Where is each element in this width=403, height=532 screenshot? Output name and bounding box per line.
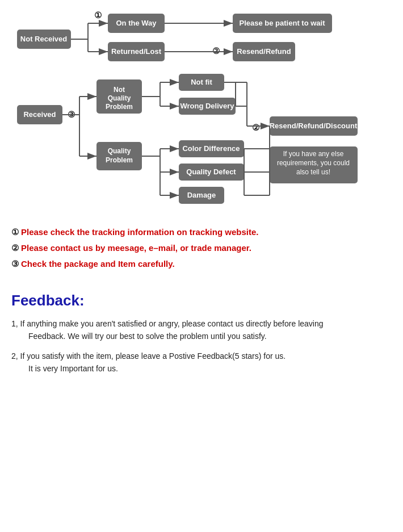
note-item-3: ③ Check the package and Item carefully. [11, 259, 392, 269]
svg-text:Please be patient to wait: Please be patient to wait [240, 19, 326, 27]
flowchart-svg: Not Received ① On the Way Returned/Lost … [11, 6, 397, 221]
svg-text:On the Way: On the Way [116, 19, 157, 27]
note-text-1: Please check the tracking information on… [21, 227, 258, 237]
feedback-title: Feedback: [11, 292, 392, 309]
svg-text:Quality: Quality [108, 147, 131, 155]
feedback-item-2: 2, If you satisfy with the item, please … [11, 350, 392, 375]
note-num-1: ① [11, 227, 19, 237]
svg-text:Color Difference: Color Difference [182, 144, 240, 153]
svg-text:②: ② [252, 123, 259, 132]
svg-text:Quality: Quality [108, 94, 131, 102]
flowchart-section: Not Received ① On the Way Returned/Lost … [11, 6, 392, 221]
note-item-1: ① Please check the tracking information … [11, 227, 392, 237]
note-num-2: ② [11, 243, 19, 253]
svg-text:Not: Not [114, 86, 125, 94]
note-text-3: Check the package and Item carefully. [21, 259, 175, 269]
svg-text:Resend/Refund: Resend/Refund [237, 47, 291, 56]
note-item-2: ② Please contact us by meesage, e–mail, … [11, 243, 392, 253]
feedback-item-2-label: 2, If you satisfy with the item, please … [11, 351, 286, 361]
notes-section: ① Please check the tracking information … [11, 227, 392, 269]
feedback-item-2-indent: It is very Important for us. [11, 362, 392, 375]
svg-text:Not fit: Not fit [191, 78, 212, 86]
note-text-2: Please contact us by meesage, e–mail, or… [21, 243, 251, 253]
svg-text:If you have any else: If you have any else [283, 150, 344, 158]
svg-text:Resend/Refund/Discount: Resend/Refund/Discount [270, 122, 358, 130]
svg-text:Damage: Damage [187, 191, 216, 199]
svg-text:Not Received: Not Received [20, 35, 67, 43]
feedback-item-1: 1, If anything make you aren't satisfied… [11, 317, 392, 343]
svg-text:Received: Received [23, 110, 56, 119]
page-container: Not Received ① On the Way Returned/Lost … [0, 0, 403, 388]
feedback-item-1-indent: Feedback. We will try our best to solve … [11, 330, 392, 342]
note-num-3: ③ [11, 259, 19, 269]
svg-text:Wrong Delivery: Wrong Delivery [180, 102, 234, 110]
svg-text:②: ② [212, 46, 220, 56]
svg-text:①: ① [94, 10, 102, 20]
svg-text:Returned/Lost: Returned/Lost [111, 47, 162, 56]
svg-text:Quality Defect: Quality Defect [186, 167, 236, 176]
feedback-section: Feedback: 1, If anything make you aren't… [11, 286, 392, 375]
svg-text:also tell us!: also tell us! [296, 168, 330, 176]
svg-text:requirements, you could: requirements, you could [277, 159, 350, 167]
feedback-item-1-label: 1, If anything make you aren't satisfied… [11, 319, 324, 328]
svg-text:Problem: Problem [106, 156, 133, 164]
svg-text:Problem: Problem [106, 103, 133, 111]
